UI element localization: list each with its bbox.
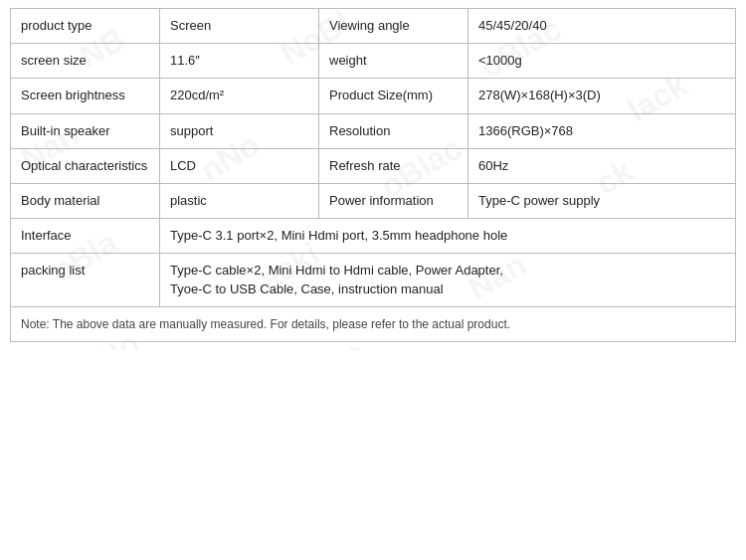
row-label2-0: Viewing angle [319, 9, 468, 44]
row-value2-0: 45/45/20/40 [468, 9, 736, 44]
packing-label: packing list [11, 254, 160, 306]
note-text: Note: The above data are manually measur… [10, 307, 736, 342]
row-label2-3: Resolution [319, 113, 468, 148]
table-row: Optical characteristics LCD Refresh rate… [11, 148, 736, 183]
row-value2-4: 60Hz [468, 148, 736, 183]
page-wrapper: NBNoBloBlaclackNannNooBlacckoBlaackiNann… [0, 0, 746, 350]
row-value2-5: Type-C power supply [468, 183, 736, 218]
row-value2-1: <1000g [468, 44, 736, 79]
table-row: Built-in speaker support Resolution 1366… [11, 113, 736, 148]
row-label2-2: Product Size(mm) [319, 79, 468, 113]
row-label-2: Screen brightness [11, 79, 160, 113]
table-row: screen size 11.6″ weight <1000g [11, 44, 736, 79]
row-label2-5: Power information [319, 183, 468, 218]
packing-value: Type-C cable×2, Mini Hdmi to Hdmi cable,… [160, 254, 736, 306]
row-label2-1: weight [319, 44, 468, 79]
row-value2-3: 1366(RGB)×768 [468, 113, 736, 148]
row-value-2: 220cd/m² [160, 79, 319, 113]
packing-row: packing list Type-C cable×2, Mini Hdmi t… [11, 254, 736, 306]
row-label-4: Optical characteristics [11, 148, 160, 183]
row-label-1: screen size [11, 44, 160, 79]
row-value-3: support [160, 113, 319, 148]
interface-value: Type-C 3.1 port×2, Mini Hdmi port, 3.5mm… [160, 219, 736, 254]
row-value-1: 11.6″ [160, 44, 319, 79]
table-row: product type Screen Viewing angle 45/45/… [11, 9, 736, 44]
row-value-4: LCD [160, 148, 319, 183]
row-label-3: Built-in speaker [11, 113, 160, 148]
interface-label: Interface [11, 219, 160, 254]
row-label2-4: Refresh rate [319, 148, 468, 183]
row-value2-2: 278(W)×168(H)×3(D) [468, 79, 736, 113]
interface-row: Interface Type-C 3.1 port×2, Mini Hdmi p… [11, 219, 736, 254]
table-row: Body material plastic Power information … [11, 183, 736, 218]
specs-table: product type Screen Viewing angle 45/45/… [10, 8, 736, 307]
row-value-0: Screen [160, 9, 319, 44]
row-label-0: product type [11, 9, 160, 44]
row-label-5: Body material [11, 183, 160, 218]
table-row: Screen brightness 220cd/m² Product Size(… [11, 79, 736, 113]
row-value-5: plastic [160, 183, 319, 218]
